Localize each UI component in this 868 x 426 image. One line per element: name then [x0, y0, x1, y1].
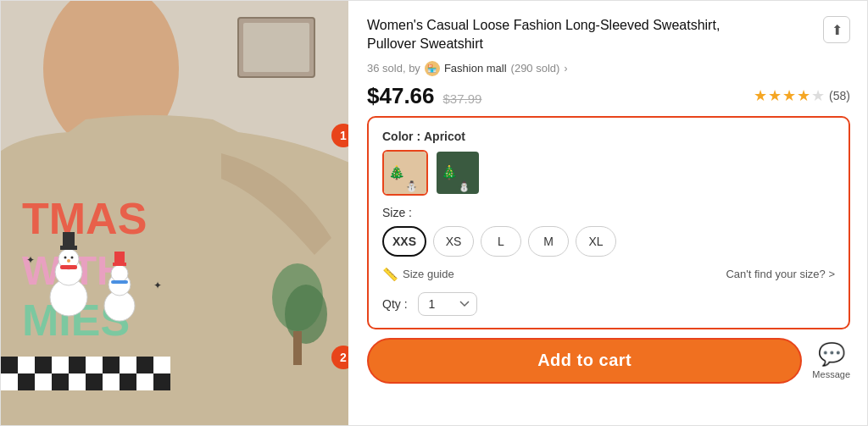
sold-count: 36 sold, by	[367, 62, 420, 75]
svg-point-15	[67, 259, 70, 263]
seller-name[interactable]: Fashion mall	[444, 62, 507, 75]
svg-rect-30	[103, 357, 120, 373]
svg-text:⛄: ⛄	[405, 180, 418, 192]
svg-rect-31	[120, 357, 136, 373]
options-box: Color : Apricot 🎄 ⛄ 🎄 ⛄	[367, 116, 850, 329]
size-row: Size : XXS XS L M XL	[382, 206, 835, 257]
svg-rect-35	[18, 373, 35, 390]
size-options: XXS XS L M XL	[382, 226, 835, 257]
size-label: Size :	[382, 206, 835, 219]
svg-rect-19	[113, 263, 126, 266]
svg-rect-21	[111, 280, 128, 284]
qty-select[interactable]: 1 2 3 4 5	[418, 292, 477, 316]
svg-rect-36	[35, 373, 52, 390]
svg-text:TMAS: TMAS	[22, 194, 147, 243]
svg-rect-38	[69, 373, 86, 390]
svg-text:⛄: ⛄	[458, 180, 470, 192]
svg-rect-39	[86, 373, 103, 390]
cant-find-size-link[interactable]: Can't find your size? >	[726, 268, 835, 280]
svg-rect-29	[86, 357, 103, 373]
color-swatches: 🎄 ⛄ 🎄 ⛄	[382, 150, 835, 196]
svg-point-18	[111, 265, 128, 282]
svg-rect-26	[35, 357, 52, 373]
color-row: Color : Apricot 🎄 ⛄ 🎄 ⛄	[382, 130, 835, 196]
star-rating: ★★★★★	[754, 86, 826, 105]
step-1-indicator: 1	[331, 124, 348, 147]
svg-rect-33	[153, 357, 170, 373]
color-swatch-green[interactable]: 🎄 ⛄	[435, 150, 481, 196]
sold-info: 36 sold, by 🏪 Fashion mall (290 sold) ›	[367, 61, 850, 76]
ruler-icon: 📏	[382, 267, 398, 282]
color-swatch-apricot[interactable]: 🎄 ⛄	[382, 150, 428, 196]
svg-text:🎄: 🎄	[441, 164, 458, 180]
price-block: $47.66 $37.99	[367, 83, 481, 109]
seller-avatar: 🏪	[425, 61, 440, 76]
product-title-row: Women's Casual Loose Fashion Long-Sleeve…	[367, 16, 850, 54]
svg-rect-11	[63, 232, 75, 246]
svg-text:✦: ✦	[153, 279, 162, 291]
share-button[interactable]: ⬆	[823, 16, 850, 43]
size-btn-xxs[interactable]: XXS	[382, 226, 426, 257]
svg-rect-37	[52, 373, 69, 390]
svg-rect-42	[136, 373, 153, 390]
svg-rect-27	[52, 357, 69, 373]
seller-chevron-icon: ›	[564, 63, 567, 75]
current-price: $47.66	[367, 83, 435, 109]
share-icon: ⬆	[832, 22, 843, 38]
svg-rect-20	[114, 252, 125, 263]
svg-rect-24	[1, 357, 18, 373]
svg-rect-43	[153, 373, 170, 390]
product-detail-panel: Women's Casual Loose Fashion Long-Sleeve…	[348, 1, 867, 425]
svg-rect-34	[1, 373, 18, 390]
message-button[interactable]: 💬 Message	[812, 341, 850, 379]
size-guide-button[interactable]: 📏 Size guide	[382, 267, 454, 282]
color-label: Color : Apricot	[382, 130, 835, 143]
message-icon: 💬	[818, 341, 845, 368]
svg-rect-25	[18, 357, 35, 373]
svg-rect-40	[103, 373, 120, 390]
svg-rect-28	[69, 357, 86, 373]
add-to-cart-section: Add to cart 💬 Message	[367, 338, 850, 384]
svg-rect-2	[243, 23, 309, 72]
svg-rect-12	[60, 265, 77, 269]
svg-point-14	[71, 257, 74, 259]
svg-text:🎄: 🎄	[388, 164, 405, 180]
add-to-cart-button[interactable]: Add to cart	[367, 338, 802, 384]
rating-block: ★★★★★ (58)	[754, 86, 850, 105]
price-rating-row: $47.66 $37.99 ★★★★★ (58)	[367, 83, 850, 109]
size-btn-xl[interactable]: XL	[576, 226, 616, 257]
qty-row: Qty : 1 2 3 4 5	[382, 292, 835, 316]
size-guide-row: 📏 Size guide Can't find your size? >	[382, 267, 835, 282]
svg-rect-10	[60, 246, 77, 250]
size-btn-m[interactable]: M	[528, 226, 569, 257]
seller-sold: (290 sold)	[511, 62, 560, 75]
product-title: Women's Casual Loose Fashion Long-Sleeve…	[367, 16, 815, 54]
svg-point-45	[285, 285, 327, 344]
svg-rect-32	[136, 357, 153, 373]
size-btn-xs[interactable]: XS	[433, 226, 474, 257]
product-image-panel: TMAS WITH MIES ✦ ✦	[1, 1, 348, 426]
svg-rect-46	[293, 331, 302, 365]
size-btn-l[interactable]: L	[481, 226, 521, 257]
svg-rect-41	[120, 373, 136, 390]
message-label: Message	[812, 369, 850, 379]
step-2-indicator: 2	[331, 346, 348, 369]
svg-text:✦: ✦	[26, 254, 35, 266]
svg-point-13	[64, 257, 67, 259]
qty-label: Qty :	[382, 297, 408, 311]
review-count: (58)	[829, 89, 850, 102]
original-price: $37.99	[443, 91, 482, 106]
